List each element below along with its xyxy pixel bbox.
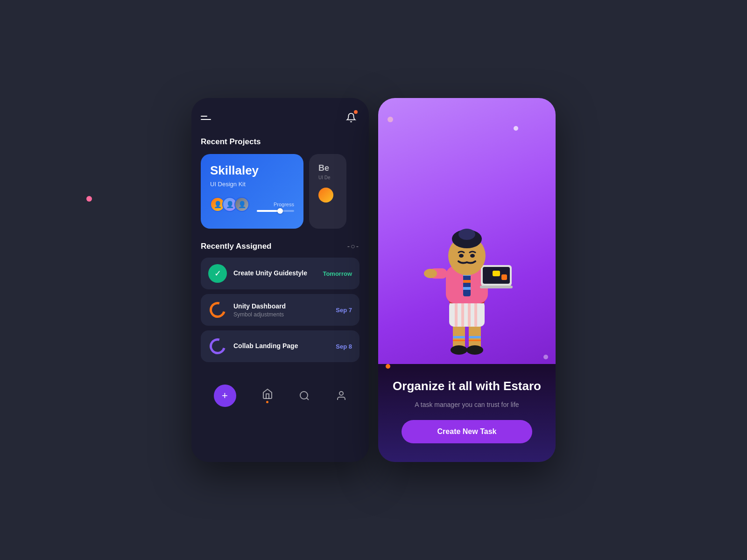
task-info: Create Unity Guidestyle [233, 269, 316, 278]
main-container: Recent Projects Skillaley UI Design Kit … [191, 98, 556, 462]
home-nav-button[interactable] [262, 388, 273, 403]
bottom-nav: + [191, 377, 369, 420]
task-name: Unity Dashboard [233, 302, 329, 310]
task-info: Unity Dashboard Symbol adjustments [233, 302, 329, 318]
projects-row: Skillaley UI Design Kit 👤 👤 👤 Progress [201, 154, 359, 229]
create-task-button[interactable]: Create New Task [402, 420, 532, 443]
svg-point-36 [470, 254, 475, 258]
svg-rect-13 [461, 301, 464, 327]
c-shape-icon [207, 336, 228, 357]
add-task-button[interactable]: + [214, 385, 236, 407]
profile-icon [336, 390, 347, 401]
character-illustration [420, 215, 514, 364]
search-nav-button[interactable] [299, 390, 310, 401]
project-name: Skillaley [210, 163, 294, 178]
notification-button[interactable] [343, 109, 359, 126]
progress-section: Progress [257, 202, 294, 212]
task-info: Collab Landing Page [233, 342, 329, 351]
task-item[interactable]: ✓ Create Unity Guidestyle Tomorrow [201, 258, 359, 289]
bell-icon [346, 112, 356, 123]
avatar-group: 👤 👤 👤 [210, 197, 249, 212]
partial-avatar [318, 188, 333, 203]
task-date: Sep 8 [336, 343, 352, 350]
task-list: ✓ Create Unity Guidestyle Tomorrow Unity… [201, 258, 359, 362]
svg-rect-31 [501, 274, 507, 280]
nav-active-dot [266, 401, 268, 403]
task-item[interactable]: Collab Landing Page Sep 8 [201, 330, 359, 362]
bottom-decoration-right [543, 355, 548, 359]
svg-point-35 [459, 254, 464, 258]
left-phone: Recent Projects Skillaley UI Design Kit … [191, 98, 369, 462]
c-shape-icon [207, 299, 228, 321]
task-date: Sep 7 [336, 307, 352, 314]
svg-rect-12 [455, 301, 458, 327]
home-icon [262, 388, 273, 399]
search-icon [299, 390, 310, 401]
phone-header [201, 109, 359, 126]
progress-label: Progress [274, 202, 294, 207]
project-card-skillaley[interactable]: Skillaley UI Design Kit 👤 👤 👤 Progress [201, 154, 303, 229]
task-icon-c-orange [208, 301, 227, 319]
svg-point-2 [339, 392, 343, 395]
svg-rect-21 [463, 280, 471, 283]
svg-rect-9 [453, 340, 465, 341]
progress-thumb [277, 208, 283, 214]
float-decoration-1 [514, 126, 518, 131]
app-tagline: Organize it all with Estaro [393, 379, 541, 393]
partial-project-type: UI De [318, 175, 337, 180]
project-type: UI Design Kit [210, 181, 294, 188]
svg-point-0 [300, 392, 308, 399]
task-date: Tomorrow [323, 270, 352, 277]
right-phone: Organize it all with Estaro A task manag… [378, 98, 556, 462]
notification-badge [354, 110, 358, 114]
svg-point-6 [466, 345, 483, 355]
svg-rect-29 [480, 286, 513, 288]
recently-assigned-header: Recently Assigned -○- [201, 242, 359, 251]
svg-point-25 [424, 269, 437, 278]
svg-rect-15 [474, 301, 477, 327]
svg-line-1 [306, 398, 308, 400]
svg-rect-11 [449, 301, 485, 327]
filter-icon[interactable]: -○- [347, 242, 359, 251]
svg-rect-14 [468, 301, 471, 327]
task-icon-check: ✓ [208, 264, 227, 283]
svg-point-5 [451, 345, 467, 355]
partial-project-name: Be [318, 163, 337, 173]
progress-bar [257, 210, 294, 212]
menu-button[interactable] [201, 116, 211, 120]
character-panel [378, 98, 556, 364]
cta-panel: Organize it all with Estaro A task manag… [378, 364, 556, 462]
profile-nav-button[interactable] [336, 390, 347, 401]
project-card-partial[interactable]: Be UI De [309, 154, 346, 229]
task-icon-c-purple [208, 337, 227, 356]
svg-rect-8 [469, 336, 481, 338]
app-description: A task manager you can trust for life [415, 400, 519, 410]
recently-assigned-title: Recently Assigned [201, 242, 271, 251]
recent-projects-title: Recent Projects [201, 137, 359, 147]
task-item[interactable]: Unity Dashboard Symbol adjustments Sep 7 [201, 294, 359, 326]
svg-rect-30 [493, 271, 500, 276]
svg-rect-7 [453, 336, 465, 338]
svg-rect-10 [469, 340, 481, 341]
task-subtitle: Symbol adjustments [233, 311, 329, 318]
svg-point-34 [458, 229, 475, 240]
svg-rect-22 [463, 287, 471, 290]
progress-fill [257, 210, 279, 212]
avatar: 👤 [234, 197, 249, 212]
float-decoration-2 [388, 117, 393, 122]
checkmark-icon: ✓ [214, 268, 221, 279]
bottom-decoration-left [386, 364, 390, 369]
task-name: Collab Landing Page [233, 342, 329, 350]
bg-decoration-dot [86, 196, 92, 202]
task-name: Create Unity Guidestyle [233, 269, 316, 277]
